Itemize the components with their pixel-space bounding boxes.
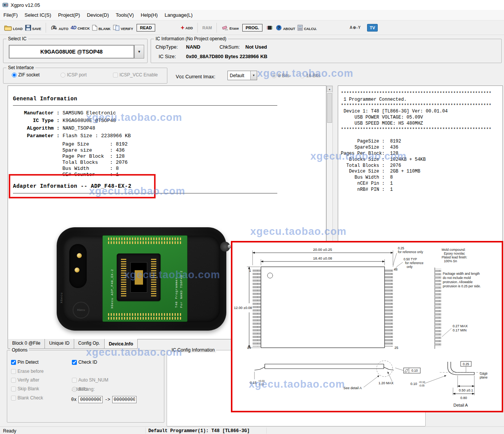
skip-blank-input[interactable] — [11, 386, 16, 391]
standoff-plus: +0.03 — [258, 380, 265, 382]
add-button[interactable]: + ADD — [181, 25, 193, 30]
lead-min: 0.17 MIN — [453, 328, 467, 332]
icsp-slot — [69, 244, 87, 288]
menu-help[interactable]: Help(H) — [137, 10, 161, 20]
tab-device-info[interactable]: Device.Info — [104, 339, 138, 349]
vcc-current-select[interactable]: Default ▼ — [227, 71, 257, 80]
menu-file[interactable]: File(F) — [0, 10, 21, 20]
verify-pages-icon — [113, 25, 120, 31]
pin25-number: 25 — [394, 346, 398, 350]
bits-16-radio[interactable]: 16 Bits — [300, 73, 320, 78]
bend-minus: -0.05 — [419, 384, 425, 387]
about-button[interactable]: ? ABOUT — [276, 25, 295, 31]
blank-button[interactable]: BLANK — [92, 25, 111, 31]
status-ready: Ready — [3, 428, 16, 434]
addr-range-row: Addr.Rang: ALL Sect — [72, 386, 95, 392]
addr-sect-radio[interactable]: Sect — [72, 386, 87, 392]
left-pins — [253, 268, 261, 347]
erase-button[interactable]: Erase — [221, 25, 239, 30]
svg-text:A: A — [52, 25, 56, 30]
menu-language[interactable]: Language(L) — [161, 10, 196, 20]
scrollbar-thumb[interactable] — [327, 93, 332, 123]
bits-8-radio-input[interactable] — [272, 73, 277, 78]
check-id-input[interactable] — [72, 360, 77, 365]
tv-button[interactable]: TV — [367, 24, 378, 32]
arrow-label: -> — [105, 397, 110, 402]
statusbar-separator — [145, 428, 146, 434]
zif-slot — [130, 262, 147, 293]
save-button[interactable]: SAVE — [25, 25, 41, 31]
verify-after-checkbox[interactable]: Verify after — [11, 377, 39, 383]
check-button[interactable]: 4D CHECK — [71, 25, 90, 30]
menu-project[interactable]: Project(P) — [55, 10, 84, 20]
right-pins — [385, 268, 393, 347]
calcu-button[interactable]: CALCU. — [297, 25, 317, 31]
pkg-note-4: protrusion is 0.25 per side. — [443, 284, 481, 288]
menu-device[interactable]: Device(D) — [83, 10, 112, 20]
detail-ref-value: 0.25 — [463, 362, 469, 366]
auto-sn-checkbox[interactable]: Auto SN_NUM — [72, 377, 108, 383]
auto-sn-input[interactable] — [72, 378, 77, 383]
prog-button[interactable]: PROG. — [242, 24, 262, 32]
pcb-label-right-1: T48 Programmer — [175, 251, 178, 308]
menu-select-ic[interactable]: Select IC(S) — [21, 10, 55, 20]
erase-label: Erase — [229, 27, 239, 30]
menu-tools[interactable]: Tools(V) — [112, 10, 137, 20]
check-label: CHECK — [78, 27, 90, 30]
chevron-down-icon: ▼ — [138, 50, 141, 54]
icsp-port-radio-input[interactable] — [60, 73, 65, 78]
verify-after-input[interactable] — [11, 378, 16, 383]
general-info-block: Manufactor : SAMSUNG Electronic IC Type … — [13, 110, 131, 141]
ic-info-group: IC Information (No Project opened) ChipT… — [151, 39, 502, 63]
ic-select-combo[interactable]: K9GAG08U0E @TSOP48 — [9, 45, 134, 59]
bits-16-radio-input[interactable] — [300, 73, 305, 78]
verify-button[interactable]: VERIFY — [113, 25, 134, 31]
add-label: ADD — [186, 26, 193, 30]
zif-seat — [135, 270, 143, 285]
load-button[interactable]: LOAD — [4, 25, 23, 31]
skip-blank-checkbox[interactable]: Skip Blank — [11, 386, 39, 391]
addr-to-input[interactable] — [112, 396, 137, 403]
bits-8-label: 8 Bits — [278, 73, 289, 78]
icsp-vcc-checkbox[interactable]: ICSP_VCC Enable — [113, 72, 158, 78]
zif-socket-radio-input[interactable] — [12, 73, 17, 78]
ref-025-note: for reference only — [398, 250, 423, 254]
scroll-up-button[interactable]: ▲ — [327, 86, 332, 92]
bend-value: 0.10 — [410, 382, 417, 386]
zif-contacts — [121, 258, 126, 296]
addr-sect-input[interactable] — [72, 387, 77, 392]
erase-before-input[interactable] — [11, 369, 16, 374]
erase-before-label: Erase before — [17, 369, 44, 374]
algorithm-value: NAND_TSOP48 — [62, 125, 95, 131]
ram-button[interactable]: RAM — [202, 25, 212, 30]
tab-unique-id[interactable]: Unique ID — [45, 339, 74, 349]
tab-config-op[interactable]: Config Op. — [74, 339, 105, 349]
icsp-vcc-checkbox-input[interactable] — [113, 73, 118, 78]
window-title: Xgpro v12.05 — [11, 2, 40, 8]
pogo-pin — [75, 268, 79, 272]
addr-from-input[interactable] — [78, 396, 103, 403]
pcb-label-left: XGecu ADP_F48_EX-2 — [110, 249, 114, 309]
pin-detect-checkbox[interactable]: Pin Detect — [11, 360, 38, 365]
options-group: Options Pin Detect Erase before Verify a… — [7, 350, 164, 423]
toolbar-separator — [197, 23, 198, 33]
icsp-port-radio[interactable]: ICSP port — [60, 72, 87, 78]
ic-select-dropdown-button[interactable]: ▼ — [134, 45, 144, 59]
status-programmer: Default Programmer(1): T48 [TL866-3G] — [148, 428, 250, 434]
auto-button[interactable]: A AUTO — [51, 25, 68, 31]
blank-check-checkbox[interactable]: Blank Check — [11, 395, 43, 401]
blank-check-input[interactable] — [11, 396, 16, 401]
pin-map-icon[interactable]: A⊕-Y — [350, 25, 361, 30]
zif-socket-radio[interactable]: ZIF socket — [12, 72, 40, 78]
check-id-checkbox[interactable]: Check ID — [72, 360, 97, 365]
toolbar-separator — [46, 23, 46, 33]
ic-test-button[interactable] — [266, 25, 273, 31]
icsp-vcc-label: ICSP_VCC Enable — [119, 72, 158, 78]
log-text: ****************************************… — [341, 91, 491, 193]
bits-8-radio[interactable]: 8 Bits — [272, 73, 289, 78]
dim-body-width: 18.40 ±0.08 — [313, 256, 332, 260]
read-button[interactable]: READ — [137, 24, 155, 32]
pin-detect-input[interactable] — [11, 360, 16, 365]
erase-before-checkbox[interactable]: Erase before — [11, 369, 44, 374]
algorithm-row: ALgorithm : NAND_TSOP48 — [13, 125, 131, 133]
